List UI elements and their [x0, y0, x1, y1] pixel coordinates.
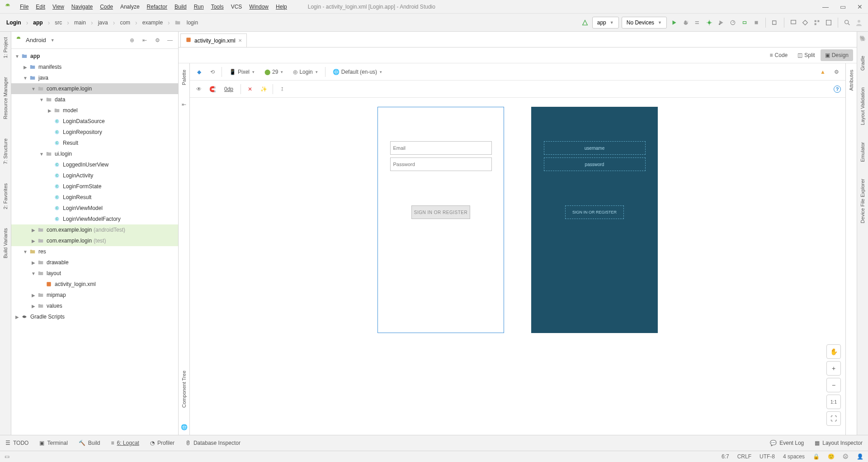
tool-build-variants[interactable]: Build Variants [3, 225, 8, 261]
menu-view[interactable]: View [50, 3, 67, 11]
tree-node-activity-login-xml[interactable]: activity_login.xml [11, 279, 178, 290]
zoom-ratio-button[interactable]: 1:1 [826, 395, 841, 409]
theme-dropdown[interactable]: ◎ Login▾ [290, 68, 320, 76]
tool-todo[interactable]: ☰ TODO [5, 440, 28, 446]
indent-setting[interactable]: 4 spaces [783, 453, 805, 460]
status-bar-toggle-icon[interactable]: ▭ [5, 453, 9, 460]
tab-activity-login-xml[interactable]: activity_login.xml ✕ [180, 33, 247, 47]
tree-node-layout[interactable]: ▼layout [11, 268, 178, 279]
zoom-out-button[interactable]: − [826, 378, 841, 392]
device-selector-dropdown[interactable]: No Devices▼ [622, 17, 667, 29]
tree-node-pkg-main[interactable]: ▼com.example.login [11, 83, 178, 94]
tool-emulator[interactable]: Emulator [860, 139, 865, 165]
breadcrumb-root[interactable]: Login [5, 19, 23, 27]
tree-node-pkg-test[interactable]: ▶com.example.login(test) [11, 235, 178, 246]
tree-node-manifests[interactable]: ▶manifests [11, 62, 178, 72]
sad-face-icon[interactable]: ☹ [843, 453, 849, 460]
infer-constraints-icon[interactable]: ✨ [259, 85, 268, 94]
clear-constraints-icon[interactable]: ✕ [245, 85, 255, 94]
zoom-fit-button[interactable]: ⛶ [826, 411, 841, 426]
hide-icon[interactable]: — [165, 36, 175, 45]
tree-node-model[interactable]: ▶model [11, 105, 178, 116]
breadcrumb-example[interactable]: example [141, 19, 165, 27]
menu-analyze[interactable]: Analyze [118, 3, 142, 11]
api-dropdown[interactable]: ⬤ 29▾ [262, 68, 286, 76]
stop-icon[interactable] [752, 18, 761, 27]
line-separator[interactable]: CRLF [737, 453, 751, 460]
view-mode-split[interactable]: ◫Split [793, 49, 819, 61]
tree-node-gradle-scripts[interactable]: ▶Gradle Scripts [11, 311, 178, 322]
tree-node-logindatasource[interactable]: CLoginDataSource [11, 116, 178, 127]
profile-icon[interactable] [728, 18, 737, 27]
tree-node-pkg-androidtest[interactable]: ▶com.example.login(androidTest) [11, 224, 178, 235]
email-field[interactable] [390, 141, 492, 155]
user-icon[interactable] [854, 18, 863, 27]
tree-node-loginformstate[interactable]: CLoginFormState [11, 181, 178, 192]
password-field[interactable] [390, 157, 492, 171]
device-preview[interactable]: SIGN IN OR REGISTER [377, 107, 504, 333]
view-mode-design[interactable]: ▣Design [821, 49, 853, 61]
design-canvas[interactable]: SIGN IN OR REGISTER username password SI… [190, 98, 845, 435]
tree-node-loginresult[interactable]: CLoginResult [11, 192, 178, 203]
tree-node-ui-login[interactable]: ▼ui.login [11, 148, 178, 159]
search-everywhere-icon[interactable] [843, 18, 852, 27]
menu-window[interactable]: Window [246, 3, 271, 11]
menu-edit[interactable]: Edit [33, 3, 48, 11]
attach-debugger-icon[interactable] [740, 18, 749, 27]
component-tree-globe-icon[interactable]: 🌐 [181, 424, 188, 430]
tree-node-drawable[interactable]: ▶drawable [11, 257, 178, 268]
tree-node-java[interactable]: ▼java [11, 72, 178, 83]
apply-changes-icon[interactable] [681, 18, 690, 27]
tool-structure[interactable]: 7: Structure [3, 136, 8, 167]
menu-file[interactable]: File [17, 3, 31, 11]
tool-project[interactable]: 1: Project [3, 34, 8, 61]
make-project-icon[interactable] [580, 18, 590, 27]
palette-tab[interactable]: Palette [181, 67, 187, 88]
attributes-filter-icon[interactable]: ⚙ [832, 67, 841, 76]
menu-vcs[interactable]: VCS [228, 3, 245, 11]
run-configuration-dropdown[interactable]: app▼ [592, 17, 619, 29]
settings-icon[interactable]: ⚙ [153, 36, 162, 45]
tool-layout-validation[interactable]: Layout Validation [860, 85, 865, 128]
view-options-icon[interactable]: 👁 [194, 85, 203, 94]
tool-terminal[interactable]: ▣ Terminal [39, 440, 67, 446]
layout-inspector-tb-icon[interactable] [824, 18, 833, 27]
close-tab-icon[interactable]: ✕ [238, 38, 242, 43]
orientation-icon[interactable]: ⟲ [208, 67, 217, 76]
tree-node-data[interactable]: ▼data [11, 94, 178, 105]
run-button-icon[interactable] [670, 18, 679, 27]
menu-code[interactable]: Code [97, 3, 116, 11]
tool-build[interactable]: 🔨 Build [79, 440, 100, 446]
git-icon[interactable] [770, 18, 779, 27]
tree-node-loginrepository[interactable]: CLoginRepository [11, 127, 178, 138]
tool-gradle[interactable]: Gradle [860, 53, 865, 73]
breadcrumb-login[interactable]: login [185, 19, 200, 27]
magnet-icon[interactable]: 🧲 [208, 85, 217, 94]
debug-icon[interactable] [705, 18, 714, 27]
locale-dropdown[interactable]: 🌐 Default (en-us)▾ [330, 68, 385, 76]
component-tree-tab[interactable]: Component Tree [181, 368, 187, 410]
breadcrumb-app[interactable]: app [31, 19, 44, 27]
tool-database-inspector[interactable]: 🛢 Database Inspector [185, 440, 241, 446]
maximize-button[interactable]: ▭ [838, 3, 847, 10]
happy-face-icon[interactable]: 🙂 [828, 453, 835, 460]
sdk-manager-icon[interactable] [801, 18, 810, 27]
tool-layout-inspector[interactable]: ▦ Layout Inspector [815, 440, 863, 446]
tool-profiler[interactable]: ◔ Profiler [150, 440, 175, 446]
view-mode-code[interactable]: ≡Code [765, 49, 793, 61]
attributes-tab[interactable]: Attributes [849, 67, 854, 93]
tree-node-loggedinuserview[interactable]: CLoggedInUserView [11, 159, 178, 170]
pan-icon[interactable]: ✋ [826, 344, 841, 359]
project-tree[interactable]: ▼app ▶manifests ▼java ▼com.example.login… [11, 49, 178, 435]
breadcrumb-src[interactable]: src [53, 19, 64, 27]
tool-device-file-explorer[interactable]: Device File Explorer [860, 176, 865, 226]
collapse-icon[interactable]: ⇤ [140, 36, 149, 45]
default-margin[interactable]: 0dp [222, 85, 236, 93]
blueprint-password-field[interactable]: password [544, 157, 646, 171]
tool-favorites[interactable]: 2: Favorites [3, 181, 8, 212]
gradle-elephant-icon[interactable]: 🐘 [859, 35, 866, 42]
tree-node-res[interactable]: ▼res [11, 246, 178, 257]
project-view-selector[interactable]: Android [26, 37, 46, 43]
tree-node-loginviewmodelfactory[interactable]: CLoginViewModelFactory [11, 214, 178, 224]
warnings-icon[interactable]: ▲ [818, 67, 827, 76]
